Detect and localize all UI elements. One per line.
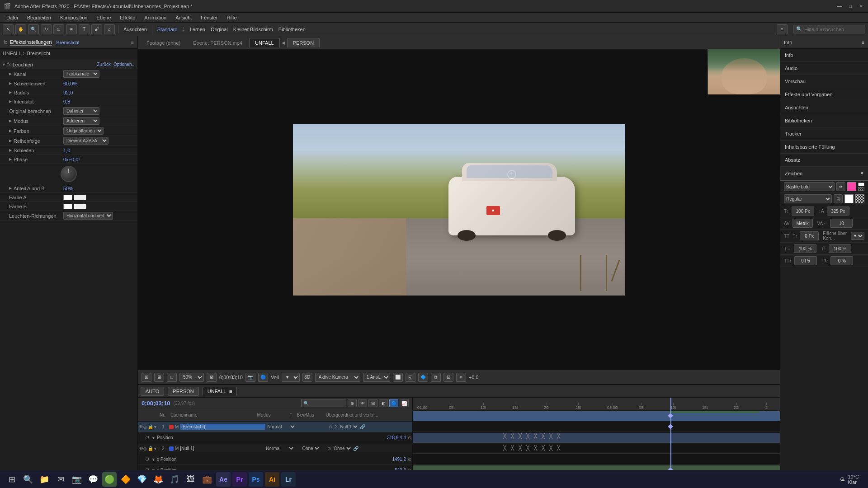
libraries-btn[interactable]: Bibliotheken: [277, 27, 307, 32]
farbea-swatch[interactable]: [63, 195, 72, 200]
panel-menu-btn[interactable]: ≡: [131, 40, 134, 45]
original-btn[interactable]: Original: [209, 27, 230, 32]
ausrichten-section[interactable]: Ausrichten: [780, 101, 868, 114]
taskbar-camera[interactable]: 📷: [70, 472, 84, 487]
scale-h-input[interactable]: [794, 244, 816, 253]
xpos-expand-btn[interactable]: ▼: [151, 457, 156, 462]
menu-bearbeiten[interactable]: Bearbeiten: [24, 14, 55, 21]
schleifen-value[interactable]: 1,0: [63, 148, 70, 153]
taskbar-lr[interactable]: Lr: [281, 472, 296, 487]
brush-tool[interactable]: 🖌: [91, 24, 102, 34]
layer1-solo-btn[interactable]: ◎: [143, 425, 148, 429]
rotate-tool[interactable]: ↻: [41, 24, 52, 34]
fläche-select[interactable]: ▼: [851, 232, 864, 240]
camera-dropdown[interactable]: Aktive Kamera: [315, 373, 360, 382]
expand-panels-btn[interactable]: »: [777, 24, 788, 34]
menu-ansicht[interactable]: Ansicht: [172, 14, 195, 21]
hide-solo-btn[interactable]: 👁: [358, 399, 367, 407]
baseline-input[interactable]: [800, 231, 819, 240]
unfall-tab[interactable]: UNFALL: [249, 38, 280, 47]
view-dropdown[interactable]: 1 Ansi...: [363, 373, 390, 382]
layer2-expand-btn[interactable]: ▼: [153, 446, 157, 451]
menu-animation[interactable]: Animation: [141, 14, 170, 21]
farbea-swatch2[interactable]: [74, 195, 86, 200]
effects-tab2[interactable]: Bremslicht: [57, 40, 80, 45]
draft-btn[interactable]: 🔵: [389, 399, 398, 407]
timecode-tl[interactable]: 0;00;03;10: [142, 400, 170, 407]
taskbar-orange[interactable]: 🔶: [118, 472, 133, 487]
help-search-input[interactable]: [804, 27, 859, 32]
layer2-name[interactable]: [Null 1]: [180, 446, 264, 451]
info-section[interactable]: Info: [780, 49, 868, 62]
taskbar-browser[interactable]: 🦊: [151, 472, 165, 487]
tab-person[interactable]: PERSON: [168, 387, 198, 396]
zoom-fit-btn[interactable]: ⊠: [207, 373, 217, 382]
pos-stopwatch-btn[interactable]: ⏱: [145, 435, 150, 440]
small-screen-btn[interactable]: Kleiner Bildschirm: [231, 27, 275, 32]
effect-back-btn[interactable]: Zurück: [97, 62, 111, 67]
font-bg-color-btn[interactable]: [844, 194, 854, 203]
font-color-btn[interactable]: [847, 182, 856, 191]
menu-hilfe[interactable]: Hilfe: [223, 14, 241, 21]
menu-ebene[interactable]: Ebene: [93, 14, 114, 21]
inhaltsbasiert-section[interactable]: Inhaltsbasierte Füllung: [780, 141, 868, 154]
grid-overlay-btn[interactable]: ⌗: [456, 373, 466, 382]
track-layer2[interactable]: ╳ ╳ ╳ ╳ ╳ ╳ ╳ ╳: [413, 432, 780, 443]
taskbar-pr[interactable]: Pr: [232, 472, 247, 487]
effects-tab[interactable]: Effekteinstellungen: [10, 39, 52, 46]
menu-komposition[interactable]: Komposition: [57, 14, 91, 21]
layer2-parent-select[interactable]: Ohne: [332, 446, 352, 451]
menu-fenster[interactable]: Fenster: [197, 14, 221, 21]
bibliotheken-section[interactable]: Bibliotheken: [780, 114, 868, 127]
tracker-section[interactable]: Tracker: [780, 127, 868, 141]
layer1-parent-select[interactable]: 2. Null 1: [333, 424, 359, 430]
taskbar-mail[interactable]: ✉: [53, 472, 68, 487]
channels-btn[interactable]: 🔷: [418, 373, 428, 382]
zeichen-section-header[interactable]: Zeichen ▾: [780, 167, 868, 181]
taskbar-start[interactable]: ⊞: [5, 472, 19, 487]
layer2-lock-btn[interactable]: 🔒: [148, 446, 153, 451]
tracking-metric-input[interactable]: [793, 219, 813, 228]
right-panel-menu[interactable]: ≡: [862, 40, 864, 45]
preview-canvas[interactable]: ■: [293, 124, 625, 296]
intensitaet-value[interactable]: 0,8: [63, 99, 70, 104]
vorschau-section[interactable]: Vorschau: [780, 75, 868, 88]
absatz-section[interactable]: Absatz: [780, 154, 868, 167]
xpos-stopwatch-btn[interactable]: ⏱: [145, 457, 150, 462]
schwellenwert-value[interactable]: 60,0%: [63, 81, 77, 86]
frame-blend-btn[interactable]: ⊞: [368, 399, 377, 407]
phase-dial[interactable]: [61, 166, 77, 182]
font-style-btn[interactable]: ⌸: [834, 194, 843, 203]
effect-options-btn[interactable]: Optionen...: [113, 62, 136, 67]
original-dropdown[interactable]: Dahinter: [63, 107, 99, 115]
kerning-input[interactable]: [830, 219, 853, 228]
kf-pos-1[interactable]: [668, 424, 673, 429]
taskbar-explorer[interactable]: 📁: [37, 472, 52, 487]
person-tab[interactable]: PERSON: [287, 38, 320, 47]
close-btn[interactable]: ✕: [858, 3, 864, 9]
layer-row-1[interactable]: 👁 ◎ 🔒 ▼ 1 M [Bremslicht] Normal: [138, 422, 412, 432]
font-style-select[interactable]: Regular: [784, 194, 832, 203]
layer-search-input[interactable]: [301, 399, 346, 407]
farben-dropdown[interactable]: Originalfarben: [63, 127, 104, 135]
quality-dropdown[interactable]: ▼: [282, 373, 300, 382]
kanal-dropdown[interactable]: Farbkanäle: [63, 70, 99, 78]
render-btn[interactable]: ⬜: [393, 373, 403, 382]
richtungen-dropdown[interactable]: Horizontal und vert: [63, 212, 113, 220]
learn-btn[interactable]: Lernen: [188, 27, 207, 32]
taskbar-diamond[interactable]: 💎: [135, 472, 149, 487]
mask-btn[interactable]: □: [167, 373, 177, 382]
track-layer1[interactable]: [413, 410, 780, 421]
font-transparent-btn[interactable]: [855, 194, 864, 203]
add-marker-btn[interactable]: ⊕: [348, 399, 357, 407]
effekte-section[interactable]: Effekte und Vorgaben: [780, 88, 868, 101]
rotation-input[interactable]: [830, 256, 853, 265]
graph-btn[interactable]: 📈: [400, 399, 409, 407]
leading-input[interactable]: [827, 206, 849, 216]
taskbar-circle[interactable]: 🟢: [102, 472, 117, 487]
layer1-name[interactable]: [Bremslicht]: [180, 424, 265, 430]
footage-tab[interactable]: Footage (ohne): [141, 38, 186, 47]
pen-tool[interactable]: ✒: [66, 24, 77, 34]
font-family-select[interactable]: Bastile bold: [784, 182, 835, 191]
motion-blur-btn[interactable]: ◐: [379, 399, 388, 407]
